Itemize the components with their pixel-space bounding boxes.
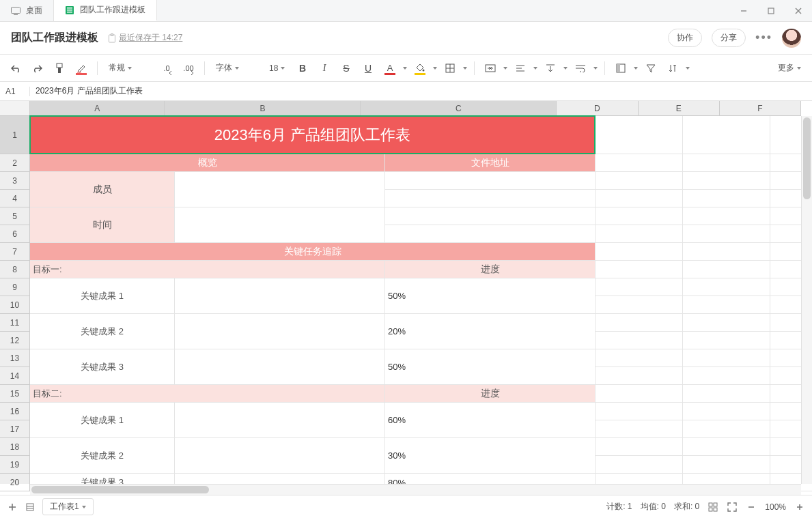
cell-goal1[interactable]: 目标一: <box>30 261 385 278</box>
row-header-7[interactable]: 7 <box>0 243 30 261</box>
row-header-18[interactable]: 18 <box>0 438 30 456</box>
add-sheet-button[interactable] <box>7 502 18 513</box>
tab-desktop[interactable]: 桌面 <box>0 0 54 21</box>
v-align-button[interactable] <box>542 59 559 77</box>
save-status[interactable]: 最近保存于 14:27 <box>108 32 182 44</box>
cell-member-label[interactable]: 成员 <box>30 172 175 207</box>
borders-caret[interactable] <box>463 67 467 70</box>
row-header-15[interactable]: 15 <box>0 385 30 403</box>
col-header-E[interactable]: E <box>639 101 720 116</box>
row-header-12[interactable]: 12 <box>0 332 30 349</box>
redo-button[interactable] <box>29 59 46 77</box>
cell-g2-kr2[interactable]: 关键成果 2 <box>30 438 175 474</box>
col-header-F[interactable]: F <box>720 101 801 116</box>
col-header-B[interactable]: B <box>165 101 361 116</box>
cell-C5[interactable] <box>385 207 596 225</box>
more-menu-button[interactable]: ••• <box>755 31 772 45</box>
cell-C6[interactable] <box>385 225 596 243</box>
row-header-9[interactable]: 9 <box>0 278 30 296</box>
v-align-caret[interactable] <box>563 67 568 70</box>
cell-progress1[interactable]: 进度 <box>385 261 596 278</box>
cell-g1-kr3-p[interactable]: 50% <box>385 349 596 385</box>
row-header-6[interactable]: 6 <box>0 225 30 243</box>
cell-g2-kr1-p[interactable]: 60% <box>385 403 596 438</box>
cell-blank-D[interactable] <box>596 116 683 491</box>
row-header-8[interactable]: 8 <box>0 261 30 278</box>
sheet-tab[interactable]: 工作表1 <box>42 498 94 515</box>
text-color-button[interactable]: A <box>381 59 399 77</box>
h-scroll-thumb[interactable] <box>31 486 209 493</box>
row-header-2[interactable]: 2 <box>0 154 30 172</box>
row-header-11[interactable]: 11 <box>0 314 30 332</box>
font-family-dropdown[interactable]: 字体 <box>212 59 261 77</box>
cell-g2-kr1-b[interactable] <box>175 403 385 438</box>
fill-color-caret[interactable] <box>433 67 437 70</box>
col-header-D[interactable]: D <box>557 101 638 116</box>
cell-g1-kr1[interactable]: 关键成果 1 <box>30 278 175 314</box>
freeze-button[interactable] <box>612 59 630 77</box>
zoom-out-button[interactable] <box>746 502 757 513</box>
clear-format-button[interactable] <box>72 59 90 77</box>
cell-title[interactable]: 2023年6月 产品组团队工作表 <box>30 116 596 154</box>
minimize-button[interactable] <box>730 0 757 21</box>
cell-blank-E[interactable] <box>683 116 770 491</box>
italic-button[interactable]: I <box>316 59 333 77</box>
number-format-dropdown[interactable]: 常规 <box>104 59 154 77</box>
zoom-in-button[interactable] <box>794 502 805 513</box>
h-align-button[interactable] <box>512 59 529 77</box>
grid-view-icon[interactable] <box>708 502 718 513</box>
row-header-3[interactable]: 3 <box>0 172 30 190</box>
decrease-decimal-button[interactable]: .0 <box>158 59 176 77</box>
col-header-C[interactable]: C <box>361 101 557 116</box>
strikethrough-button[interactable]: S <box>337 59 355 77</box>
toolbar-more-button[interactable]: 更多 <box>774 59 805 77</box>
text-color-caret[interactable] <box>403 67 407 70</box>
vertical-scrollbar[interactable] <box>801 116 812 484</box>
cells-layer[interactable]: 2023年6月 产品组团队工作表 概览 文件地址 成员 时间 关键任务追踪 目标… <box>30 116 801 484</box>
cell-g1-kr3-b[interactable] <box>175 349 385 385</box>
sort-caret[interactable] <box>686 67 690 70</box>
increase-decimal-button[interactable]: .00 <box>180 59 197 77</box>
filter-button[interactable] <box>642 59 660 77</box>
cell-file-addr[interactable]: 文件地址 <box>385 154 596 172</box>
zoom-level[interactable]: 100% <box>765 502 786 512</box>
format-painter-button[interactable] <box>51 59 68 77</box>
sort-button[interactable] <box>664 59 682 77</box>
wrap-caret[interactable] <box>593 67 598 70</box>
cell-g1-kr2-b[interactable] <box>175 314 385 349</box>
maximize-button[interactable] <box>757 0 785 21</box>
cell-g1-kr1-p[interactable]: 50% <box>385 278 596 314</box>
row-header-13[interactable]: 13 <box>0 349 30 367</box>
cell-g2-kr2-p[interactable]: 30% <box>385 438 596 474</box>
row-header-20[interactable]: 20 <box>0 474 30 491</box>
row-header-17[interactable]: 17 <box>0 420 30 438</box>
tab-doc[interactable]: 团队工作跟进模板 <box>54 0 157 21</box>
row-header-1[interactable]: 1 <box>0 116 30 154</box>
col-header-A[interactable]: A <box>30 101 165 116</box>
row-header-5[interactable]: 5 <box>0 207 30 225</box>
cell-g1-kr1-b[interactable] <box>175 278 385 314</box>
cell-B34[interactable] <box>175 172 385 207</box>
font-size-dropdown[interactable]: 18 <box>265 59 290 77</box>
select-all-corner[interactable] <box>0 101 30 116</box>
bold-button[interactable]: B <box>294 59 311 77</box>
merge-cells-button[interactable] <box>481 59 499 77</box>
row-header-4[interactable]: 4 <box>0 190 30 207</box>
row-header-16[interactable]: 16 <box>0 403 30 420</box>
text-wrap-button[interactable] <box>572 59 589 77</box>
close-button[interactable] <box>785 0 812 21</box>
formula-input[interactable]: 2023年6月 产品组团队工作表 <box>30 85 148 97</box>
cell-overview[interactable]: 概览 <box>30 154 385 172</box>
borders-button[interactable] <box>441 59 459 77</box>
cell-g1-kr2[interactable]: 关键成果 2 <box>30 314 175 349</box>
cell-time-label[interactable]: 时间 <box>30 207 175 243</box>
undo-button[interactable] <box>7 59 25 77</box>
cell-goal2[interactable]: 目标二: <box>30 385 385 403</box>
cell-progress2[interactable]: 进度 <box>385 385 596 403</box>
cell-C4[interactable] <box>385 190 596 207</box>
row-header-19[interactable]: 19 <box>0 456 30 474</box>
sheet-list-button[interactable] <box>25 502 36 513</box>
collab-button[interactable]: 协作 <box>668 29 702 47</box>
v-scroll-thumb[interactable] <box>803 117 811 199</box>
row-header-10[interactable]: 10 <box>0 296 30 314</box>
